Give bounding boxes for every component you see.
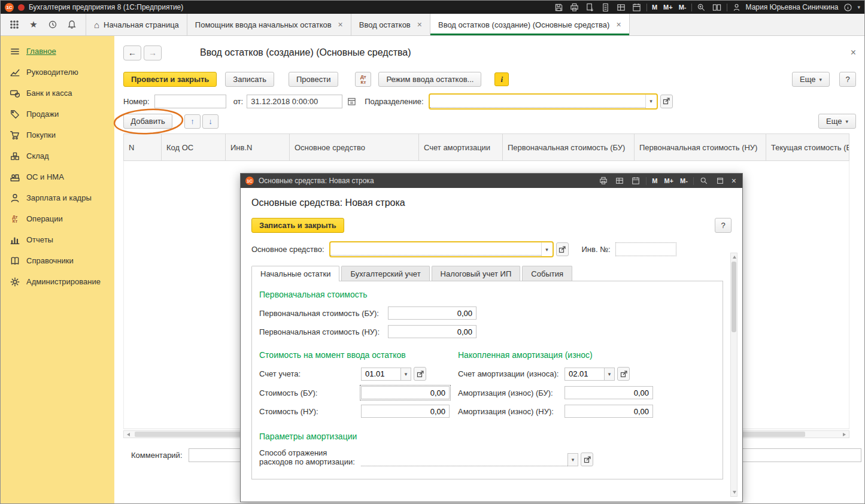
asset-open-button[interactable] [556,242,569,256]
column-header-osnovnoe-sredstvo[interactable]: Основное средство [290,134,419,161]
split-window-icon[interactable] [711,2,723,13]
table-icon[interactable] [614,175,626,186]
zoom-icon[interactable] [698,175,710,186]
balances-entry-mode-button[interactable]: Режим ввода остатков... [378,72,481,87]
date-input[interactable] [247,95,342,108]
page-close-icon[interactable]: × [851,47,856,58]
move-up-button[interactable]: ↑ [184,114,201,129]
dialog-help-button[interactable]: ? [715,218,732,233]
sidebar-item-prodazhi[interactable]: Продажи [1,104,114,125]
sidebar-item-otchety[interactable]: Отчеты [1,229,114,250]
tab-close-icon[interactable]: × [417,20,422,29]
sidebar-item-rukovoditelyu[interactable]: Руководителю [1,62,114,83]
column-header-pervonachalnaya-nu[interactable]: Первоначальная стоимость (НУ) [635,134,766,161]
asset-combo[interactable]: ▾ [329,241,554,257]
dropdown-arrow-icon[interactable]: ▾ [645,95,657,108]
sidebar-item-bank-kassa[interactable]: Банк и касса [1,83,114,104]
scroll-up-icon[interactable] [733,256,736,259]
number-input[interactable] [154,95,226,108]
dialog-close-icon[interactable]: × [730,176,737,186]
calendar-icon[interactable] [630,175,642,186]
scroll-right-icon[interactable] [843,433,846,436]
dropdown-arrow-icon[interactable]: ▾ [567,453,578,466]
sidebar-item-spravochniki[interactable]: Справочники [1,250,114,271]
department-combo[interactable]: ▾ [429,93,658,110]
scale-m-plus-button[interactable]: M+ [662,4,674,11]
add-row-button[interactable]: Добавить [123,114,172,129]
preview-icon[interactable] [600,2,612,13]
dt-kt-button[interactable]: ДтКт [355,72,371,87]
favorites-star-icon[interactable]: ★ [26,17,41,32]
help-button[interactable]: ? [839,72,856,87]
depreciation-account-open-button[interactable] [617,367,630,381]
history-icon[interactable] [45,17,60,32]
scale-m-plus-button[interactable]: M+ [663,177,675,184]
asset-input[interactable] [330,243,541,256]
save-and-close-button[interactable]: Записать и закрыть [251,218,344,233]
sidebar-item-os-nma[interactable]: ОС и НМА [1,166,114,187]
post-and-close-button[interactable]: Провести и закрыть [123,72,217,87]
column-header-inv-n[interactable]: Инв.N [226,134,290,161]
forward-button[interactable]: → [144,45,162,60]
sidebar-item-zarplata-kadry[interactable]: Зарплата и кадры [1,187,114,208]
vertical-scrollbar[interactable] [730,253,737,497]
dropdown-arrow-icon[interactable]: ▾ [604,368,615,381]
department-open-button[interactable] [660,95,673,108]
column-header-pervonachalnaya-bu[interactable]: Первоначальная стоимость (БУ) [503,134,635,161]
post-button[interactable]: Провести [289,72,339,87]
sidebar-item-glavnoe[interactable]: Главное [1,41,114,62]
scroll-left-icon[interactable] [127,433,130,436]
sidebar-item-operacii[interactable]: ДтКт Операции [1,208,114,229]
method-input[interactable] [361,453,567,466]
print-icon[interactable] [597,175,609,186]
column-header-kod-os[interactable]: Код ОС [162,134,226,161]
initial-cost-bu-input[interactable] [388,306,476,320]
department-input[interactable] [430,95,645,108]
sidebar-item-sklad[interactable]: Склад [1,145,114,166]
scrollbar-thumb[interactable] [732,262,736,332]
cost-bu-input[interactable] [361,386,450,399]
depreciation-account-input[interactable] [564,368,604,381]
sidebar-item-pokupki[interactable]: Покупки [1,125,114,145]
print-icon[interactable] [569,2,581,13]
move-down-button[interactable]: ↓ [202,114,218,129]
tab-balances-entry[interactable]: Ввод остатков × [351,14,430,35]
dropdown-arrow-icon[interactable]: ▾ [400,368,411,381]
dropdown-arrow-icon[interactable]: ▾ [541,242,553,256]
info-button[interactable]: i [494,72,509,86]
column-header-schet-amortizacii[interactable]: Счет амортизации [419,134,503,161]
calendar-icon[interactable] [631,2,643,13]
sidebar-item-administrirovanie[interactable]: Администрирование [1,271,114,292]
export-icon[interactable] [584,2,596,13]
tab-nalogovyj-uchet-ip[interactable]: Налоговый учет ИП [432,266,521,281]
inventory-number-input[interactable] [615,242,676,256]
initial-cost-nu-input[interactable] [388,325,476,338]
tab-close-icon[interactable]: × [616,20,621,29]
column-header-n[interactable]: N [124,134,162,161]
service-menu-icon[interactable] [7,17,22,32]
method-open-button[interactable] [581,453,593,466]
scale-m-button[interactable]: M [651,4,658,11]
current-user[interactable]: Мария Юрьевна Синичкина [731,2,839,13]
depreciation-nu-input[interactable] [564,405,653,418]
calendar-picker-icon[interactable] [345,95,357,107]
chevron-down-icon[interactable]: ▾ [857,4,860,10]
list-more-button[interactable]: Еще▾ [818,114,856,129]
tab-balances-entry-create[interactable]: Ввод остатков (создание) (Основные средс… [430,14,630,35]
tab-opening-balances-assistant[interactable]: Помощник ввода начальных остатков × [187,14,351,35]
tab-sobytiya[interactable]: События [522,266,572,281]
notifications-bell-icon[interactable] [64,17,80,32]
cost-nu-input[interactable] [361,405,450,418]
more-button[interactable]: Еще▾ [792,72,830,87]
write-button[interactable]: Записать [225,72,274,87]
scale-m-minus-button[interactable]: M- [678,4,688,11]
scroll-down-icon[interactable] [733,491,736,494]
zoom-icon[interactable] [696,2,708,13]
back-button[interactable]: ← [123,45,141,60]
save-icon[interactable] [553,2,565,13]
maximize-icon[interactable] [714,175,726,186]
depreciation-bu-input[interactable] [564,386,653,399]
scale-m-button[interactable]: M [651,177,658,184]
scale-m-minus-button[interactable]: M- [679,177,689,184]
account-open-button[interactable] [414,367,426,381]
